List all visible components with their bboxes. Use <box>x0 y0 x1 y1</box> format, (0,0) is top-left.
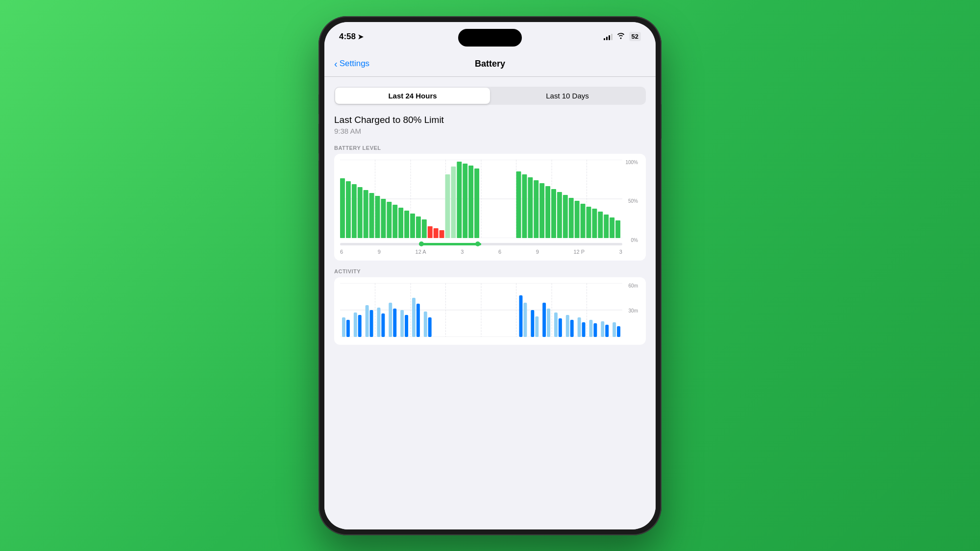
activity-chart-svg <box>340 283 622 337</box>
volume-down-button <box>318 161 319 190</box>
svg-rect-65 <box>358 315 362 337</box>
back-button[interactable]: ‹ Settings <box>334 58 369 70</box>
svg-rect-90 <box>589 320 592 337</box>
activity-chart-container: 60m 30m 0m <box>334 277 646 345</box>
svg-rect-63 <box>346 320 350 337</box>
activity-chart-label: ACTIVITY <box>334 268 646 274</box>
x-label-3am: 3 <box>461 249 464 255</box>
svg-rect-84 <box>554 312 558 337</box>
phone-screen: 4:58 ➤ 52 <box>324 22 656 529</box>
svg-rect-20 <box>398 208 403 238</box>
svg-rect-50 <box>610 217 614 238</box>
svg-rect-64 <box>354 312 357 337</box>
volume-up-button <box>318 124 319 153</box>
phone-frame: 4:58 ➤ 52 <box>318 16 662 535</box>
svg-rect-82 <box>542 303 546 337</box>
battery-chart-container: 100% 50% 0% <box>334 154 646 261</box>
activity-y-label-60m: 60m <box>629 283 638 288</box>
chevron-left-icon: ‹ <box>334 58 338 70</box>
svg-rect-48 <box>598 212 603 238</box>
svg-rect-80 <box>531 310 534 337</box>
battery-chart-section: BATTERY LEVEL 100% 50% 0% <box>334 145 646 261</box>
x-labels: 6 9 12 A 3 6 9 12 P 3 <box>340 249 622 255</box>
svg-rect-78 <box>519 295 522 337</box>
y-label-50: 50% <box>628 198 638 204</box>
svg-rect-81 <box>535 316 539 337</box>
svg-rect-44 <box>575 201 580 238</box>
svg-rect-35 <box>522 174 527 238</box>
activity-chart-section: ACTIVITY 60m 30m 0m <box>334 268 646 345</box>
time-label: 4:58 <box>339 32 356 42</box>
svg-rect-23 <box>416 216 421 238</box>
nav-title: Battery <box>475 59 505 69</box>
status-icons: 52 <box>604 32 641 41</box>
svg-rect-45 <box>581 204 586 238</box>
nav-bar: ‹ Settings Battery <box>324 51 656 77</box>
svg-rect-17 <box>381 199 386 238</box>
svg-rect-46 <box>587 207 591 238</box>
x-label-3pm: 3 <box>619 249 622 255</box>
x-label-9: 9 <box>536 249 539 255</box>
svg-rect-72 <box>400 310 404 337</box>
x-label-6am: 6 <box>340 249 343 255</box>
back-label: Settings <box>340 59 369 69</box>
svg-rect-89 <box>582 322 586 337</box>
x-label-6: 6 <box>498 249 501 255</box>
charge-info: Last Charged to 80% Limit 9:38 AM <box>334 115 646 135</box>
range-handle-left[interactable] <box>419 241 424 246</box>
segment-control: Last 24 Hours Last 10 Days <box>334 87 646 105</box>
power-button <box>661 104 662 139</box>
battery-chart-svg <box>340 160 622 238</box>
activity-y-label-30m: 30m <box>629 308 638 313</box>
signal-bar-2 <box>606 37 608 40</box>
svg-rect-29 <box>451 167 456 238</box>
content-area: Last 24 Hours Last 10 Days Last Charged … <box>324 77 656 529</box>
svg-rect-68 <box>377 308 380 337</box>
svg-rect-85 <box>559 318 562 337</box>
svg-rect-83 <box>547 309 550 337</box>
svg-rect-12 <box>352 184 357 238</box>
svg-rect-92 <box>601 321 604 337</box>
svg-rect-31 <box>463 164 467 238</box>
svg-rect-28 <box>445 174 450 238</box>
svg-rect-70 <box>389 303 392 337</box>
svg-rect-27 <box>440 230 444 238</box>
tab-last-24-hours[interactable]: Last 24 Hours <box>335 88 490 104</box>
mute-button <box>318 95 319 114</box>
signal-icon <box>604 33 612 40</box>
charge-time: 9:38 AM <box>334 127 646 135</box>
svg-rect-49 <box>604 215 609 238</box>
x-label-9am: 9 <box>378 249 381 255</box>
svg-rect-19 <box>392 205 397 238</box>
range-selector[interactable] <box>340 242 622 247</box>
svg-rect-87 <box>570 320 574 337</box>
svg-rect-15 <box>369 193 374 238</box>
svg-rect-94 <box>612 322 616 337</box>
svg-rect-39 <box>545 186 550 238</box>
svg-rect-26 <box>434 228 439 238</box>
svg-rect-95 <box>617 326 620 337</box>
svg-rect-71 <box>393 309 396 337</box>
svg-rect-74 <box>412 298 416 337</box>
svg-rect-77 <box>428 317 432 337</box>
location-icon: ➤ <box>358 33 364 41</box>
svg-rect-51 <box>615 220 620 238</box>
svg-rect-32 <box>468 166 473 238</box>
svg-rect-76 <box>424 311 427 337</box>
tab-last-10-days[interactable]: Last 10 Days <box>490 88 645 104</box>
y-label-100: 100% <box>625 160 638 165</box>
svg-rect-91 <box>593 323 597 337</box>
y-label-0: 0% <box>631 238 638 243</box>
signal-bar-3 <box>609 35 610 40</box>
svg-rect-40 <box>551 189 556 238</box>
svg-rect-93 <box>605 325 609 337</box>
signal-bar-1 <box>604 38 605 40</box>
svg-rect-22 <box>410 214 415 238</box>
svg-rect-42 <box>563 195 568 238</box>
x-label-12pm: 12 P <box>574 249 585 255</box>
charge-title: Last Charged to 80% Limit <box>334 115 646 125</box>
dynamic-island <box>458 29 522 47</box>
svg-rect-33 <box>474 168 479 238</box>
svg-rect-30 <box>457 162 462 238</box>
range-handle-right[interactable] <box>475 241 480 246</box>
